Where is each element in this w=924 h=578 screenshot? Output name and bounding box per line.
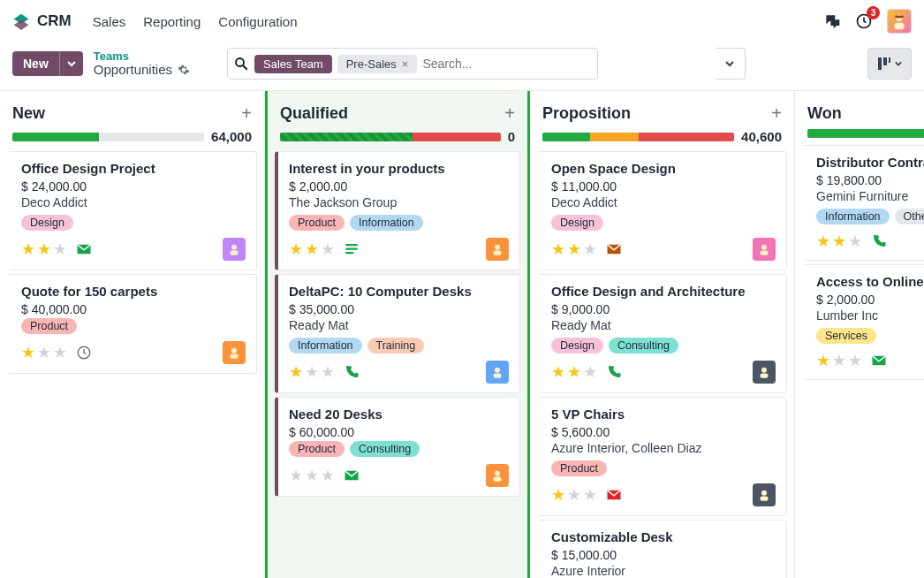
opportunity-card[interactable]: Office Design and Architecture $ 9,000.0… (537, 274, 787, 393)
star-icon[interactable]: ★ (551, 240, 565, 259)
star-icon[interactable]: ★ (848, 232, 862, 251)
breadcrumb-top[interactable]: Teams (94, 50, 190, 63)
star-icon[interactable]: ★ (816, 351, 830, 370)
envelope-icon[interactable] (606, 241, 622, 257)
column-title[interactable]: Proposition (542, 104, 631, 123)
tag[interactable]: Design (21, 215, 73, 231)
phone-icon[interactable] (344, 364, 360, 380)
column-title[interactable]: Qualified (280, 104, 348, 123)
star-icon[interactable]: ★ (321, 466, 335, 485)
star-icon[interactable]: ★ (583, 240, 597, 259)
star-icon[interactable]: ★ (567, 485, 581, 505)
star-icon[interactable]: ★ (832, 351, 846, 370)
assignee-avatar[interactable] (223, 238, 246, 261)
filter-chip-pre-sales[interactable]: Pre-Sales × (337, 55, 418, 73)
tag[interactable]: Training (367, 338, 425, 354)
search-input[interactable] (422, 57, 592, 71)
star-icon[interactable]: ★ (567, 362, 581, 382)
star-icon[interactable]: ★ (21, 343, 35, 362)
envelope-icon[interactable] (871, 353, 887, 369)
envelope-icon[interactable] (606, 487, 622, 503)
star-icon[interactable]: ★ (551, 485, 565, 505)
star-icon[interactable]: ★ (816, 232, 830, 251)
tag[interactable]: Product (289, 215, 345, 231)
star-icon[interactable]: ★ (583, 485, 597, 505)
nav-sales[interactable]: Sales (93, 14, 126, 29)
star-icon[interactable]: ★ (848, 351, 862, 370)
tag[interactable]: Consulting (609, 338, 678, 354)
add-card-button[interactable]: + (241, 103, 252, 124)
search-dropdown[interactable] (716, 48, 746, 80)
tag[interactable]: Other (895, 209, 924, 224)
star-icon[interactable]: ★ (289, 240, 303, 259)
tag[interactable]: Services (816, 328, 876, 344)
envelope-icon[interactable] (344, 468, 360, 483)
clock-icon[interactable] (76, 345, 92, 361)
envelope-icon[interactable] (76, 241, 92, 257)
brand[interactable]: CRM (12, 12, 72, 30)
star-icon[interactable]: ★ (321, 240, 335, 259)
messages-icon[interactable] (823, 12, 841, 30)
star-icon[interactable]: ★ (305, 240, 319, 259)
gear-icon[interactable] (178, 64, 190, 76)
list-icon[interactable] (344, 241, 360, 257)
opportunity-card[interactable]: Open Space Design $ 11,000.00 Deco Addic… (537, 151, 787, 270)
assignee-avatar[interactable] (753, 483, 776, 506)
star-icon[interactable]: ★ (53, 343, 67, 362)
tag[interactable]: Consulting (350, 441, 420, 457)
star-icon[interactable]: ★ (37, 240, 51, 259)
opportunity-card[interactable]: Distributor Contra $ 19,800.00 Gemini Fu… (802, 145, 924, 261)
view-kanban-button[interactable] (867, 48, 912, 80)
opportunity-card[interactable]: Office Design Project $ 24,000.00 Deco A… (7, 151, 257, 270)
star-icon[interactable]: ★ (21, 240, 35, 259)
activity-icon[interactable]: 3 (855, 12, 873, 30)
opportunity-card[interactable]: Customizable Desk $ 15,000.00 Azure Inte… (537, 520, 787, 578)
opportunity-card[interactable]: Quote for 150 carpets $ 40,000.00 Produc… (7, 274, 257, 374)
assignee-avatar[interactable] (753, 238, 776, 261)
tag[interactable]: Information (816, 209, 890, 224)
assignee-avatar[interactable] (486, 361, 509, 384)
tag[interactable]: Product (289, 441, 345, 457)
user-avatar[interactable] (887, 9, 912, 34)
opportunity-card[interactable]: Access to Online C $ 2,000.00 Lumber Inc… (802, 264, 924, 380)
phone-icon[interactable] (606, 364, 622, 380)
column-title[interactable]: Won (807, 104, 842, 123)
opportunity-card[interactable]: Interest in your products $ 2,000.00 The… (275, 151, 520, 270)
nav-reporting[interactable]: Reporting (143, 14, 201, 29)
assignee-avatar[interactable] (753, 361, 776, 384)
star-icon[interactable]: ★ (567, 240, 581, 259)
tag[interactable]: Design (551, 338, 603, 354)
tag[interactable]: Product (21, 318, 77, 334)
assignee-avatar[interactable] (486, 464, 509, 487)
nav-configuration[interactable]: Configuration (218, 14, 297, 29)
column-title[interactable]: New (12, 104, 45, 123)
add-card-button[interactable]: + (504, 103, 515, 124)
star-icon[interactable]: ★ (551, 362, 565, 382)
star-icon[interactable]: ★ (305, 362, 319, 382)
opportunity-card[interactable]: 5 VP Chairs $ 5,600.00 Azure Interior, C… (537, 397, 787, 516)
tag[interactable]: Information (289, 338, 362, 354)
filter-chip-sales-team[interactable]: Sales Team (254, 55, 332, 73)
star-icon[interactable]: ★ (583, 362, 597, 382)
tag[interactable]: Product (551, 460, 607, 476)
star-icon[interactable]: ★ (289, 466, 303, 485)
assignee-avatar[interactable] (486, 238, 509, 261)
tag[interactable]: Information (350, 215, 423, 231)
phone-icon[interactable] (871, 233, 887, 249)
new-button-caret[interactable] (59, 51, 83, 76)
star-icon[interactable]: ★ (289, 362, 303, 382)
star-icon[interactable]: ★ (305, 466, 319, 485)
card-tags: InformationOther (816, 209, 924, 224)
star-icon[interactable]: ★ (53, 240, 67, 259)
opportunity-card[interactable]: Need 20 Desks $ 60,000.00 ProductConsult… (275, 397, 520, 497)
new-button[interactable]: New (12, 51, 59, 76)
assignee-avatar[interactable] (223, 341, 246, 364)
star-icon[interactable]: ★ (321, 362, 335, 382)
add-card-button[interactable]: + (771, 103, 782, 124)
close-icon[interactable]: × (402, 57, 409, 71)
star-icon[interactable]: ★ (832, 232, 846, 251)
star-icon[interactable]: ★ (37, 343, 51, 362)
tag[interactable]: Design (551, 215, 603, 231)
opportunity-card[interactable]: DeltaPC: 10 Computer Desks $ 35,000.00 R… (275, 274, 520, 393)
search-box[interactable]: Sales Team Pre-Sales × (227, 48, 598, 80)
